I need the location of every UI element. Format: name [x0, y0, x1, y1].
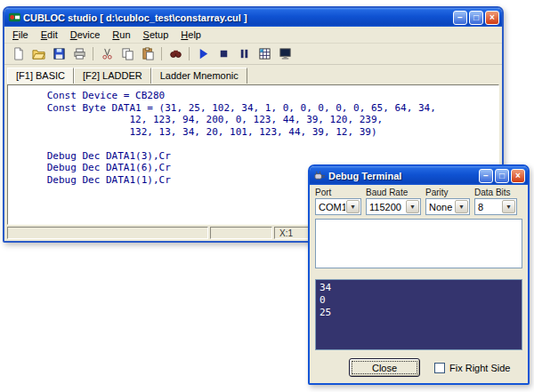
tab-ladder-mnemonic[interactable]: Ladder Mnemonic	[151, 68, 247, 84]
main-window-title: CUBLOC studio [ d:\cubloc_test\constarra…	[23, 12, 451, 23]
chevron-down-icon[interactable]: ▼	[455, 200, 468, 213]
run-button[interactable]	[193, 45, 213, 63]
pause-icon	[238, 47, 251, 60]
ladder-monitor-button[interactable]	[255, 45, 274, 63]
grid-icon	[258, 47, 271, 60]
paste-button[interactable]	[138, 45, 158, 63]
chevron-down-icon[interactable]: ▼	[406, 200, 419, 213]
close-dialog-button[interactable]: Close	[349, 358, 420, 377]
menu-run[interactable]: Run	[106, 28, 136, 42]
toolbar-separator	[161, 47, 162, 60]
main-titlebar[interactable]: CUBLOC studio [ d:\cubloc_test\constarra…	[4, 8, 502, 27]
settings-combos: COM1 ▼ 115200 ▼ None ▼ 8 ▼	[315, 198, 522, 215]
clipboard-paste-icon	[142, 47, 155, 60]
cut-button[interactable]	[97, 45, 117, 63]
console-line: 0	[320, 294, 518, 307]
dialog-footer: Close Fix Right Side	[315, 358, 522, 377]
menu-bar: File Edit Device Run Setup Help	[4, 27, 502, 44]
dialog-close-button[interactable]: ×	[511, 169, 525, 183]
new-file-icon	[12, 47, 25, 60]
console-line: 25	[320, 307, 518, 319]
copy-button[interactable]	[117, 45, 137, 63]
checkbox-box-icon[interactable]	[434, 363, 445, 373]
dialog-maximize-button[interactable]: □	[495, 169, 509, 183]
data-bits-select[interactable]: 8 ▼	[474, 198, 517, 215]
toolbar-separator	[189, 47, 190, 60]
menu-edit[interactable]: Edit	[35, 28, 64, 42]
baud-rate-value: 115200	[367, 202, 405, 212]
console-line: 34	[320, 282, 518, 294]
data-bits-label: Data Bits	[474, 188, 517, 197]
code-line: 132, 13, 34, 20, 101, 123, 44, 39, 12, 3…	[12, 126, 495, 139]
pause-button[interactable]	[234, 45, 254, 63]
code-line: Const Byte DATA1 = (31, 25, 102, 34, 1, …	[12, 102, 495, 115]
tab-f2-ladder[interactable]: [F2] LADDER	[74, 68, 151, 84]
maximize-button[interactable]: □	[469, 11, 483, 25]
parity-value: None	[426, 202, 454, 212]
menu-setup[interactable]: Setup	[137, 28, 175, 42]
fix-right-side-checkbox[interactable]: Fix Right Side	[434, 363, 510, 373]
port-select[interactable]: COM1 ▼	[315, 198, 361, 215]
new-file-button[interactable]	[8, 45, 28, 63]
printer-icon	[73, 47, 86, 60]
data-bits-value: 8	[475, 202, 501, 212]
code-line: 12, 123, 94, 200, 0, 123, 44, 39, 120, 2…	[12, 114, 495, 126]
debug-terminal-titlebar[interactable]: Debug Terminal − □ ×	[310, 166, 528, 185]
parity-label: Parity	[425, 188, 470, 197]
scissors-icon	[101, 47, 114, 60]
fix-right-side-label: Fix Right Side	[449, 363, 510, 373]
settings-labels: Port Baud Rate Parity Data Bits	[315, 188, 522, 197]
debug-terminal-window: Debug Terminal − □ × Port Baud Rate Pari…	[308, 164, 530, 385]
status-mode-panel	[210, 227, 272, 239]
toolbar	[4, 44, 502, 65]
menu-file[interactable]: File	[6, 28, 35, 42]
code-line	[12, 138, 495, 150]
parity-select[interactable]: None ▼	[425, 198, 470, 215]
port-label: Port	[315, 188, 361, 197]
toolbar-separator	[93, 47, 93, 60]
menu-device[interactable]: Device	[64, 28, 107, 42]
find-button[interactable]	[166, 45, 185, 63]
code-line: Debug Dec DATA1(3),Cr	[12, 150, 495, 163]
stop-icon	[217, 47, 231, 60]
monitor-icon	[279, 47, 292, 60]
close-button[interactable]: ×	[485, 11, 499, 25]
debug-terminal-title: Debug Terminal	[328, 171, 477, 181]
save-floppy-icon	[53, 47, 66, 60]
tab-f1-basic[interactable]: [F1] BASIC	[7, 68, 74, 84]
chevron-down-icon[interactable]: ▼	[346, 200, 360, 213]
baud-rate-select[interactable]: 115200 ▼	[366, 198, 421, 215]
debug-terminal-icon	[313, 169, 327, 182]
baud-rate-label: Baud Rate	[366, 188, 421, 197]
desktop: CUBLOC studio [ d:\cubloc_test\constarra…	[0, 0, 534, 392]
port-value: COM1	[316, 202, 345, 212]
minimize-button[interactable]: −	[453, 11, 467, 25]
cubloc-app-icon	[8, 11, 21, 24]
debug-terminal-button[interactable]	[275, 45, 295, 63]
debug-input-area[interactable]	[315, 219, 522, 268]
code-line: Const Device = CB280	[12, 90, 495, 102]
debug-output-console[interactable]: 34 0 25	[315, 279, 522, 350]
menu-help[interactable]: Help	[174, 28, 207, 42]
status-message-panel	[7, 227, 208, 239]
open-file-button[interactable]	[28, 45, 48, 63]
copy-icon	[121, 47, 134, 60]
binoculars-icon	[169, 47, 182, 60]
save-button[interactable]	[49, 45, 69, 63]
play-icon	[197, 47, 210, 60]
editor-tab-bar: [F1] BASIC [F2] LADDER Ladder Mnemonic	[4, 65, 502, 84]
open-folder-icon	[32, 47, 45, 60]
dialog-minimize-button[interactable]: −	[479, 169, 493, 183]
stop-button[interactable]	[214, 45, 233, 63]
debug-terminal-body: Port Baud Rate Parity Data Bits COM1 ▼ 1…	[310, 185, 528, 383]
chevron-down-icon[interactable]: ▼	[502, 200, 515, 213]
print-button[interactable]	[69, 45, 89, 63]
